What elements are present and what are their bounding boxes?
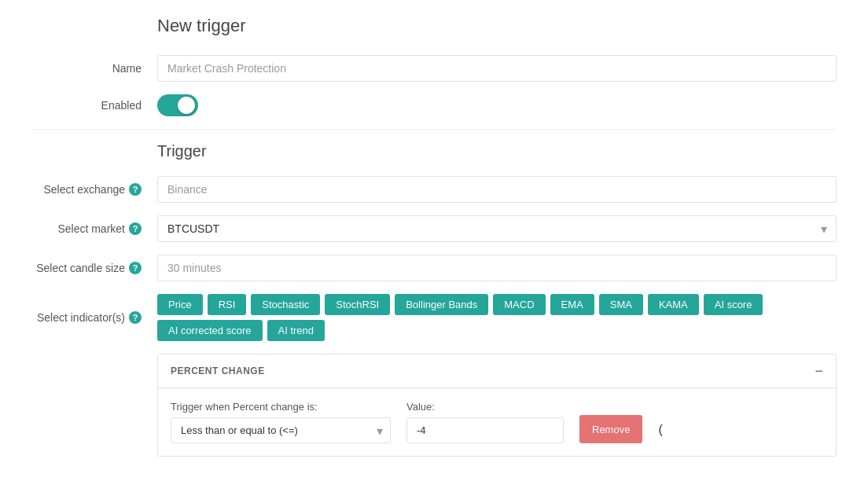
trigger-group: Trigger when Percent change is: Less tha… <box>171 401 391 443</box>
indicator-btn-price[interactable]: Price <box>157 294 203 315</box>
exchange-input[interactable] <box>157 176 837 203</box>
indicator-btn-ai-trend[interactable]: AI trend <box>267 320 326 341</box>
trigger-row: Trigger when Percent change is: Less tha… <box>171 401 823 443</box>
percent-change-body: Trigger when Percent change is: Less tha… <box>158 388 836 456</box>
candle-size-label: Select candle size ? <box>31 262 157 274</box>
indicator-btn-ai-score[interactable]: AI score <box>704 294 763 315</box>
indicators-help-icon[interactable]: ? <box>129 311 142 324</box>
value-input[interactable] <box>406 417 564 443</box>
page-title: New trigger <box>157 16 837 36</box>
candle-size-input[interactable] <box>157 255 837 281</box>
indicator-btn-rsi[interactable]: RSI <box>208 294 247 315</box>
indicator-btn-macd[interactable]: MACD <box>493 294 545 315</box>
section-divider <box>31 129 837 130</box>
trigger-select-wrapper: Less than or equal to (<=) Greater than … <box>171 417 391 443</box>
market-label: Select market ? <box>31 222 157 235</box>
trigger-condition-select[interactable]: Less than or equal to (<=) Greater than … <box>171 417 391 443</box>
remove-button[interactable]: Remove <box>579 415 642 443</box>
indicator-btn-ai-corrected-score[interactable]: AI corrected score <box>157 320 263 341</box>
value-group: Value: <box>406 401 564 443</box>
market-help-icon[interactable]: ? <box>129 222 142 235</box>
percent-change-header: PERCENT CHANGE − <box>158 354 836 388</box>
exchange-label: Select exchange ? <box>31 183 157 196</box>
trigger-section-title: Trigger <box>157 142 837 160</box>
trigger-when-label: Trigger when Percent change is: <box>171 401 391 413</box>
name-input[interactable] <box>157 55 837 82</box>
paren-label: ( <box>658 423 662 443</box>
name-label: Name <box>31 62 157 75</box>
indicator-btn-sma[interactable]: SMA <box>599 294 643 315</box>
indicators-row: Select indicator(s) ? PriceRSIStochastic… <box>31 294 837 341</box>
indicators-label: Select indicator(s) ? <box>31 311 157 324</box>
enabled-row: Enabled <box>31 94 837 116</box>
market-select-wrapper: BTCUSDT ▾ <box>157 215 837 242</box>
indicators-container: PriceRSIStochasticStochRSIBollinger Band… <box>157 294 837 341</box>
indicator-btn-stochrsi[interactable]: StochRSI <box>325 294 390 315</box>
candle-size-help-icon[interactable]: ? <box>129 262 142 274</box>
indicator-btn-kama[interactable]: KAMA <box>648 294 699 315</box>
exchange-row: Select exchange ? <box>31 176 837 203</box>
indicator-btn-bollinger-bands[interactable]: Bollinger Bands <box>395 294 488 315</box>
indicator-btn-stochastic[interactable]: Stochastic <box>251 294 320 315</box>
name-row: Name <box>31 55 837 82</box>
toggle-container <box>157 94 198 116</box>
toggle-thumb <box>178 97 195 114</box>
market-row: Select market ? BTCUSDT ▾ <box>31 215 837 242</box>
candle-size-row: Select candle size ? <box>31 255 837 281</box>
enabled-toggle[interactable] <box>157 94 198 116</box>
percent-change-title: PERCENT CHANGE <box>171 365 265 376</box>
market-select[interactable]: BTCUSDT <box>157 215 837 242</box>
value-label: Value: <box>406 401 564 413</box>
exchange-help-icon[interactable]: ? <box>129 183 142 196</box>
collapse-button[interactable]: − <box>815 364 823 378</box>
name-section: Name Enabled <box>31 55 837 116</box>
indicator-btn-ema[interactable]: EMA <box>550 294 594 315</box>
percent-change-section: PERCENT CHANGE − Trigger when Percent ch… <box>157 354 837 457</box>
page-container: New trigger Name Enabled Trigger Select … <box>0 0 868 472</box>
enabled-label: Enabled <box>31 99 157 112</box>
